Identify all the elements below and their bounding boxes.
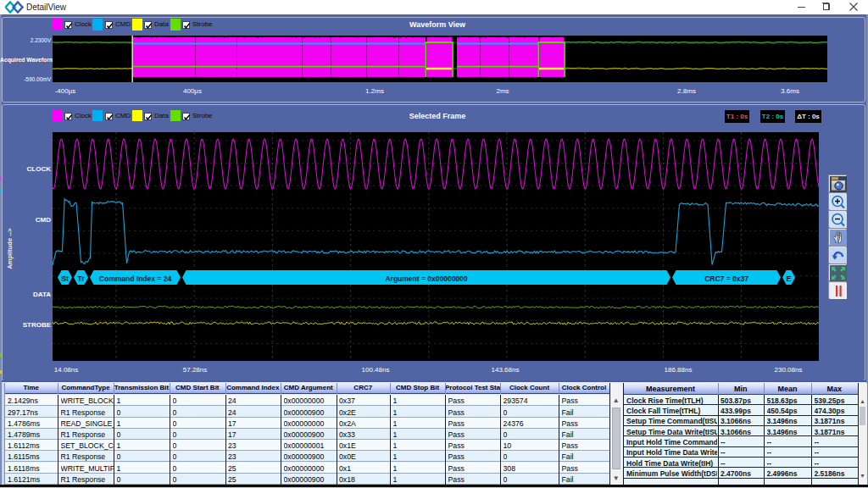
svg-text:Tr: Tr — [77, 274, 85, 283]
svg-text:St: St — [61, 274, 69, 283]
svg-text:E: E — [786, 274, 791, 283]
svg-text:CRC7 = 0x37: CRC7 = 0x37 — [704, 274, 748, 283]
svg-text:Command Index = 24: Command Index = 24 — [99, 274, 172, 283]
svg-text:Argument = 0x00000000: Argument = 0x00000000 — [385, 274, 467, 283]
